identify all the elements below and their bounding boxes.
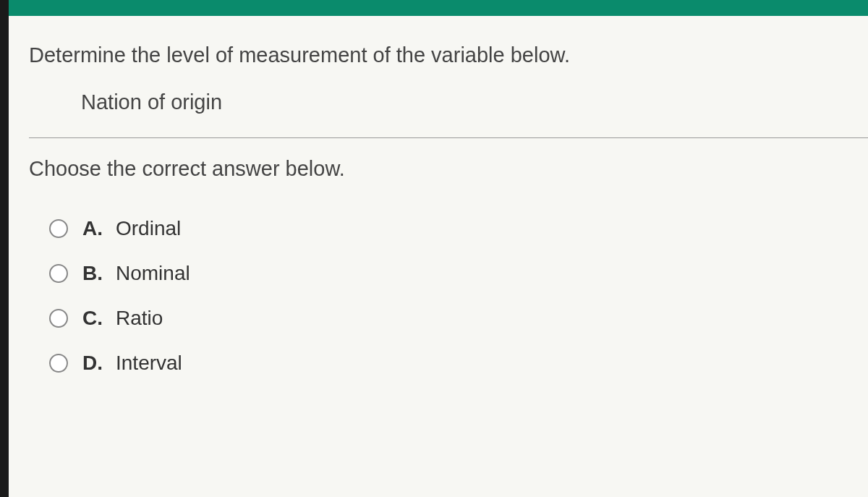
radio-icon[interactable] [49, 309, 68, 328]
radio-icon[interactable] [49, 219, 68, 238]
option-a[interactable]: A. Ordinal [49, 217, 868, 240]
section-divider [29, 137, 868, 138]
radio-icon[interactable] [49, 264, 68, 283]
option-d[interactable]: D. Interval [49, 352, 868, 375]
option-text: Ordinal [116, 217, 181, 240]
option-text: Nominal [116, 262, 190, 285]
header-bar [9, 0, 868, 16]
answer-instruction: Choose the correct answer below. [29, 157, 868, 181]
radio-icon[interactable] [49, 354, 68, 373]
option-c[interactable]: C. Ratio [49, 307, 868, 330]
option-letter: A. [82, 217, 116, 240]
option-letter: C. [82, 307, 116, 330]
options-list: A. Ordinal B. Nominal C. Ratio D. Interv… [49, 217, 868, 375]
question-prompt: Determine the level of measurement of th… [29, 43, 868, 67]
question-variable: Nation of origin [81, 90, 868, 114]
option-letter: D. [82, 352, 116, 375]
option-b[interactable]: B. Nominal [49, 262, 868, 285]
option-text: Ratio [116, 307, 163, 330]
option-text: Interval [116, 352, 182, 375]
question-panel: Determine the level of measurement of th… [9, 16, 868, 497]
option-letter: B. [82, 262, 116, 285]
